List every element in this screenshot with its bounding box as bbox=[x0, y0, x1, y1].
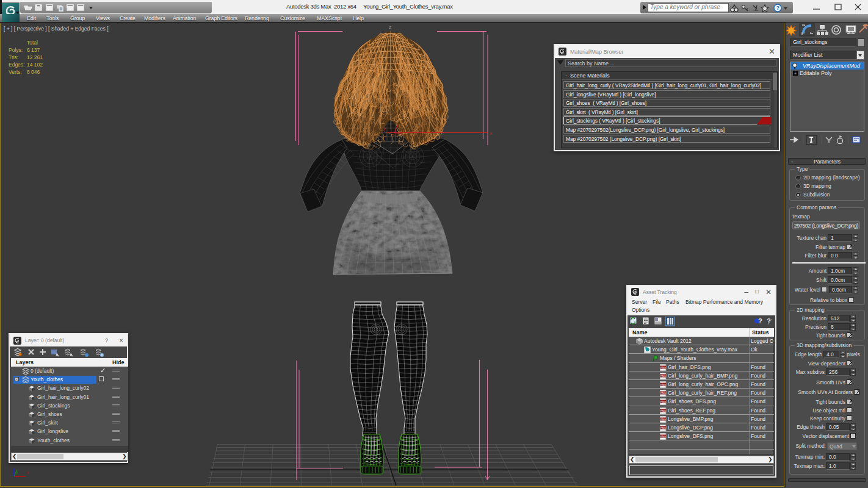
svg-text:x: x bbox=[27, 470, 29, 475]
svg-text:PNG: PNG bbox=[660, 418, 666, 421]
svg-text:x: x bbox=[490, 131, 492, 136]
svg-text:PNG: PNG bbox=[660, 400, 666, 403]
svg-text:PNG: PNG bbox=[660, 426, 666, 429]
svg-text:?: ? bbox=[758, 317, 762, 325]
svg-text:PNG: PNG bbox=[660, 375, 666, 378]
svg-text:?: ? bbox=[776, 5, 780, 11]
svg-text:PNG: PNG bbox=[660, 365, 666, 368]
svg-text:y: y bbox=[16, 469, 18, 475]
svg-text:z: z bbox=[389, 24, 391, 30]
svg-text:PNG: PNG bbox=[660, 409, 666, 412]
svg-text:PNG: PNG bbox=[660, 435, 666, 438]
svg-text:PNG: PNG bbox=[660, 383, 666, 386]
svg-text:PNG: PNG bbox=[660, 392, 666, 395]
svg-text:y: y bbox=[383, 126, 386, 131]
